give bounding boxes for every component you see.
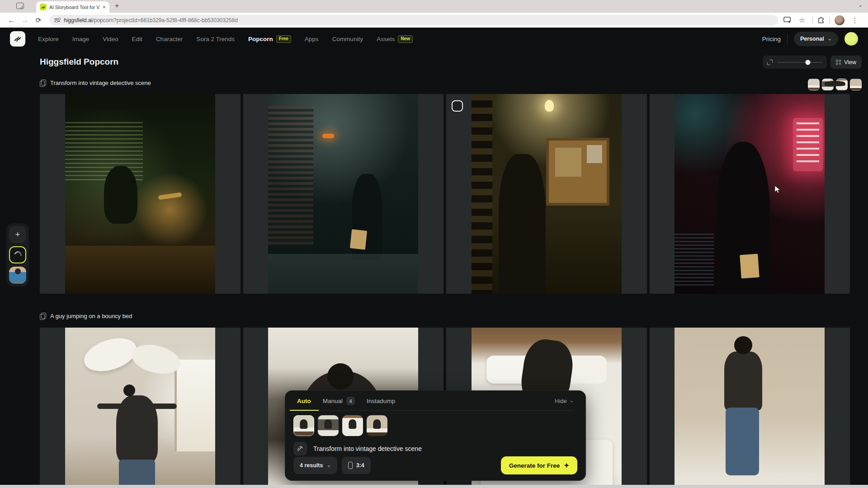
nav-item-apps[interactable]: Apps [305, 36, 319, 42]
image-decor [65, 246, 215, 294]
divider [787, 33, 788, 44]
image-decor [175, 360, 215, 451]
select-image-checkbox[interactable] [452, 100, 463, 112]
browser-profile-avatar[interactable] [835, 15, 844, 25]
image-decor [322, 134, 334, 138]
bookmark-star-icon[interactable]: ☆ [796, 14, 808, 26]
prompt-text: Transform into vintage detective scene [313, 445, 422, 452]
image-decor [268, 106, 313, 246]
nav-item-image[interactable]: Image [72, 36, 90, 42]
view-button[interactable]: View [830, 56, 862, 69]
panel-controls: 4 results ⌄ 3:4 Generate for Free ✦ [293, 456, 577, 474]
pricing-link[interactable]: Pricing [762, 36, 781, 42]
window-chevron-icon[interactable]: ⌄ [858, 2, 863, 8]
aspect-ratio-selector[interactable]: 3:4 [342, 457, 371, 474]
higgsfield-logo[interactable] [10, 31, 25, 47]
result-image-bed-jump-curly[interactable] [675, 328, 825, 488]
reference-mini-thumbnails [808, 79, 862, 90]
row-1-prompt: Transform into vintage detective scene [50, 80, 151, 86]
browser-tab[interactable]: AI Storyboard Tool for Visual × [36, 1, 109, 13]
row-2-header: A guy jumping on a bouncy bed [40, 313, 132, 319]
project-thumbnail[interactable] [9, 267, 26, 284]
expand-icon [767, 60, 773, 65]
nav-item-popcorn[interactable]: PopcornFree [248, 35, 291, 43]
back-button[interactable]: ← [5, 14, 17, 26]
nav-item-sora-2-trends[interactable]: Sora 2 Trends [196, 36, 235, 42]
new-tab-button[interactable]: + [115, 2, 119, 10]
thumbnail-size-slider[interactable] [763, 56, 827, 69]
add-generation-button[interactable]: + [9, 226, 26, 243]
image-decor [472, 94, 492, 294]
install-app-icon[interactable] [783, 17, 792, 23]
image-decor [793, 118, 823, 171]
image-cell[interactable] [650, 328, 850, 488]
result-image-detective-office[interactable] [65, 94, 215, 294]
results-count-selector[interactable]: 4 results ⌄ [293, 457, 337, 474]
image-cell[interactable] [40, 94, 241, 294]
image-cell[interactable] [243, 94, 444, 294]
image-decor [546, 138, 609, 206]
nav-item-video[interactable]: Video [103, 36, 118, 42]
nav-item-character[interactable]: Character [156, 36, 183, 42]
result-image-neon-room[interactable] [675, 94, 825, 294]
forward-button[interactable]: → [19, 14, 31, 26]
panel-tabs: Auto Manual4 Instadump Hide ⌄ [297, 392, 574, 411]
image-cell[interactable] [446, 94, 647, 294]
slider-knob[interactable] [806, 60, 811, 65]
copy-prompt-icon[interactable] [40, 80, 46, 86]
free-badge: Free [276, 35, 291, 43]
slider-track[interactable] [777, 62, 822, 63]
workspace-selector[interactable]: Personal ⌄ [794, 32, 838, 46]
nav-item-assets[interactable]: AssetsNew [377, 35, 413, 43]
result-image-corkboard[interactable] [472, 94, 622, 294]
copy-prompt-icon[interactable] [40, 313, 46, 319]
mouse-cursor [774, 185, 782, 194]
tab-overview-icon[interactable] [16, 3, 24, 9]
nav-right: Pricing Personal ⌄ [762, 32, 858, 46]
nav-item-explore[interactable]: Explore [38, 36, 59, 42]
generating-item-selected[interactable] [9, 246, 26, 263]
reference-thumbnail[interactable] [367, 415, 387, 436]
prompt-edit-icon [293, 442, 307, 455]
manual-count-badge: 4 [346, 397, 355, 405]
user-avatar[interactable] [844, 32, 858, 46]
result-image-rainy-alley[interactable] [268, 94, 418, 294]
address-bar[interactable]: higgsfield.ai/popcorn?projectId=661b329a… [50, 15, 778, 25]
chevron-down-icon: ⌄ [828, 36, 832, 41]
loading-spinner-icon [12, 249, 23, 260]
reference-thumbnail[interactable] [342, 415, 363, 436]
reload-button[interactable]: ⟳ [33, 14, 44, 26]
new-badge: New [398, 35, 413, 43]
grid-view-icon [836, 60, 841, 65]
reference-thumbnail[interactable] [293, 415, 314, 436]
nav-items: Explore Image Video Edit Character Sora … [38, 35, 413, 43]
image-decor [158, 192, 182, 200]
tab-manual[interactable]: Manual4 [323, 392, 355, 410]
prompt-input[interactable]: Transform into vintage detective scene [293, 442, 585, 455]
hide-panel-button[interactable]: Hide ⌄ [555, 398, 574, 404]
tab-close-icon[interactable]: × [102, 4, 106, 10]
reference-thumbnail[interactable] [850, 79, 862, 90]
site-settings-icon[interactable] [54, 17, 60, 23]
image-cell[interactable] [650, 94, 850, 294]
higgsfield-favicon [40, 4, 47, 10]
page-url: higgsfield.ai/popcorn?projectId=661b329a… [64, 17, 238, 23]
generate-button[interactable]: Generate for Free ✦ [501, 456, 577, 474]
bottom-scroll-strip[interactable] [0, 485, 868, 488]
tab-instadump[interactable]: Instadump [367, 392, 395, 410]
nav-item-community[interactable]: Community [332, 36, 363, 42]
extensions-puzzle-icon[interactable] [817, 16, 825, 24]
chevron-down-icon: ⌄ [326, 463, 330, 468]
tab-auto[interactable]: Auto [297, 392, 311, 410]
nav-item-edit[interactable]: Edit [132, 36, 142, 42]
divider [830, 17, 830, 24]
image-cell[interactable] [40, 328, 241, 488]
image-decor [350, 229, 367, 249]
result-image-bed-jump-wide[interactable] [65, 328, 215, 488]
reference-thumbnail[interactable] [318, 415, 339, 436]
browser-menu-icon[interactable]: ⋮ [849, 14, 861, 26]
reference-thumbnail[interactable] [808, 79, 820, 90]
image-decor [268, 254, 418, 294]
divider [812, 17, 813, 24]
generation-panel: Auto Manual4 Instadump Hide ⌄ Transform … [285, 390, 586, 481]
